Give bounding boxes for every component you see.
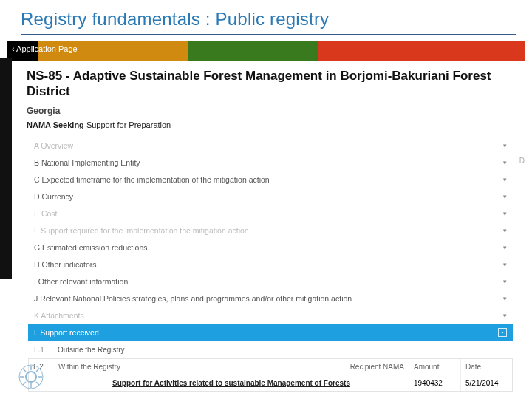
accordion-label: I Other relevant information [34, 277, 128, 286]
right-label-d: D [519, 157, 525, 165]
col-header-recipient: Recipient NAMA [350, 363, 404, 371]
subsection-l1: L.1 Outside the Registry [28, 341, 513, 359]
accordion-item-k[interactable]: K Attachments▾ [28, 307, 513, 324]
chevron-down-icon: ▾ [503, 193, 507, 200]
record-section: NAMA Seeking Support for Preparation [21, 117, 520, 137]
chevron-down-icon: ▾ [503, 278, 507, 285]
accordion-item-h[interactable]: H Other indicators▾ [28, 256, 513, 273]
record-title: NS-85 - Adaptive Sustainable Forest Mana… [21, 61, 520, 101]
accordion-label: H Other indicators [34, 260, 97, 269]
svg-point-1 [26, 372, 36, 382]
breadcrumb[interactable]: ‹ Application Page [12, 44, 78, 53]
accordion-label: L Support received [34, 328, 99, 337]
chevron-down-icon: ▾ [503, 159, 507, 166]
chevron-down-icon: ▾ [503, 295, 507, 302]
accordion-label: D Currency [34, 192, 73, 201]
col-header-amount: Amount [409, 359, 460, 375]
accordion-item-g[interactable]: G Estimated emission reductions▾ [28, 239, 513, 256]
accordion-label: J Relevant National Policies strategies,… [34, 294, 352, 303]
accordion-label: C Expected timeframe for the implementat… [34, 175, 270, 184]
subsection-label: Outside the Registry [58, 346, 125, 354]
accordion-label: B National Implementing Entity [34, 158, 140, 167]
accordion-item-b[interactable]: B National Implementing Entity▾ [28, 154, 513, 171]
accordion-item-j[interactable]: J Relevant National Policies strategies,… [28, 290, 513, 307]
svg-line-8 [36, 369, 39, 372]
accordion-item-d[interactable]: D Currency▾ [28, 188, 513, 205]
table-header-row: L.2 Within the Registry Recipient NAMA A… [29, 359, 512, 375]
recipient-link[interactable]: Support for Activities related to sustai… [112, 379, 350, 387]
accordion-item-a[interactable]: A Overview▾ [28, 137, 513, 154]
accordion: A Overview▾ B National Implementing Enti… [28, 137, 513, 341]
accordion-item-i[interactable]: I Other relevant information▾ [28, 273, 513, 290]
collapse-icon[interactable]: - [498, 328, 507, 337]
accordion-label: G Estimated emission reductions [34, 243, 147, 252]
slide-title: Registry fundamentals : Public registry [0, 0, 532, 34]
svg-line-6 [23, 369, 26, 372]
chevron-down-icon: ▾ [503, 261, 507, 268]
accordion-item-c[interactable]: C Expected timeframe for the implementat… [28, 171, 513, 188]
cell-amount: 1940432 [409, 375, 460, 391]
table-row: Support for Activities related to sustai… [29, 375, 512, 391]
accordion-label: K Attachments [34, 311, 84, 320]
support-table: L.2 Within the Registry Recipient NAMA A… [28, 359, 513, 392]
unfccc-logo-icon [18, 364, 44, 390]
accordion-label: F Support required for the implementatio… [34, 226, 249, 235]
banner-strip: ‹ Application Page [7, 41, 525, 61]
svg-line-7 [36, 382, 39, 385]
accordion-item-e[interactable]: E Cost▾ [28, 205, 513, 222]
application-panel: NS-85 - Adaptive Sustainable Forest Mana… [21, 61, 520, 392]
chevron-down-icon: ▾ [503, 244, 507, 251]
accordion-item-f[interactable]: F Support required for the implementatio… [28, 222, 513, 239]
svg-line-9 [23, 382, 26, 385]
subsection-label: Within the Registry [58, 363, 120, 371]
accordion-label: E Cost [34, 209, 58, 218]
title-rule [21, 34, 516, 35]
record-section-rest: Support for Preparation [84, 120, 171, 129]
cell-date: 5/21/2014 [460, 375, 512, 391]
record-country: Georgia [21, 101, 520, 117]
chevron-down-icon: ▾ [503, 227, 507, 234]
chevron-down-icon: ▾ [503, 312, 507, 319]
accordion-item-l-active[interactable]: L Support received - [28, 324, 513, 341]
col-header-date: Date [460, 359, 512, 375]
subsection-number: L.1 [34, 346, 58, 354]
accordion-label: A Overview [34, 141, 73, 150]
chevron-down-icon: ▾ [503, 210, 507, 217]
left-sidebar-rail [0, 58, 12, 279]
record-section-prefix: NAMA Seeking [27, 120, 84, 129]
chevron-down-icon: ▾ [503, 176, 507, 183]
chevron-down-icon: ▾ [503, 142, 507, 149]
